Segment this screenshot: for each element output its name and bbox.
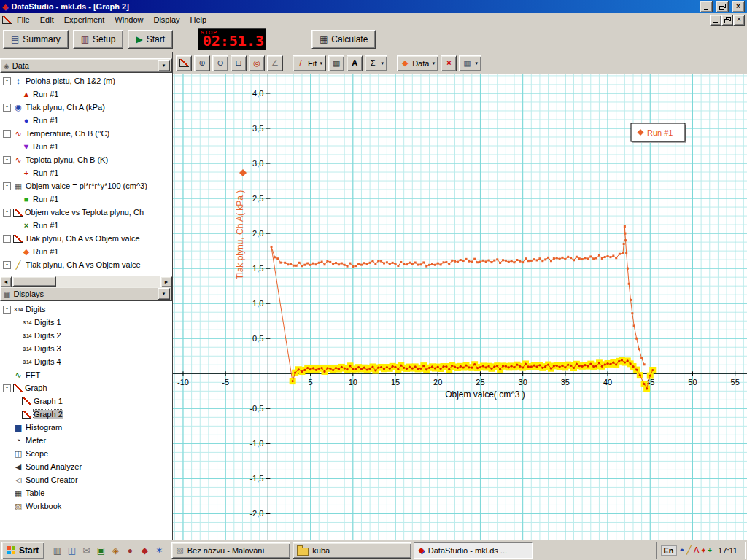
scroll-left-icon[interactable]: ◄ <box>0 276 12 287</box>
data-panel-header[interactable]: ◈ Data ▼ <box>0 58 172 73</box>
remove-button[interactable]: × <box>441 55 457 71</box>
folder-icon <box>297 548 309 556</box>
display-subitem-row[interactable]: 3.14Digits 4 <box>0 355 172 368</box>
menu-help[interactable]: Help <box>185 15 212 25</box>
menu-edit[interactable]: Edit <box>35 15 59 25</box>
menu-display[interactable]: Display <box>148 15 185 25</box>
tree-expander-icon[interactable]: - <box>3 235 11 243</box>
display-item-row[interactable]: -3.14Digits <box>0 303 172 316</box>
data-item-row[interactable]: -∿Temperature, Ch B (°C) <box>0 127 172 140</box>
display-item-row[interactable]: -Graph <box>0 381 172 394</box>
data-header-dropdown-icon[interactable]: ▼ <box>158 60 170 71</box>
data-item-row[interactable]: -Tlak plynu, Ch A vs Objem valce <box>0 232 172 245</box>
display-subitem-row[interactable]: 3.14Digits 1 <box>0 316 172 329</box>
quick-launch-icon-8[interactable]: ✶ <box>152 544 166 557</box>
restore-button[interactable] <box>716 1 729 12</box>
data-item-row[interactable]: -↕Poloha pistu, Ch 1&2 (m) <box>0 74 172 88</box>
run-item-row[interactable]: ●Run #1 <box>0 114 172 127</box>
display-subitem-row[interactable]: 3.14Digits 3 <box>0 342 172 355</box>
mdi-restore-button[interactable] <box>721 15 733 26</box>
scale-to-fit-button[interactable] <box>176 55 192 71</box>
tree-expander-icon[interactable]: - <box>3 156 11 164</box>
quick-launch-icon-4[interactable]: ▣ <box>94 544 107 557</box>
display-item-row[interactable]: ◔Meter <box>0 434 172 447</box>
mdi-close-button[interactable]: × <box>733 15 745 26</box>
smart-tool-button[interactable]: ◎ <box>249 55 265 71</box>
tree-expander-icon[interactable]: - <box>3 104 11 112</box>
tray-icon-3[interactable]: A <box>694 546 699 554</box>
display-subitem-row[interactable]: 3.14Digits 2 <box>0 329 172 342</box>
scroll-thumb[interactable] <box>12 276 56 287</box>
display-item-row[interactable]: ∿FFT <box>0 368 172 381</box>
data-item-row[interactable]: -╱Tlak plynu, Ch A vs Objem valce <box>0 258 172 271</box>
zoom-in-button[interactable]: ⊕ <box>194 55 210 71</box>
scroll-right-icon[interactable]: ► <box>160 276 172 287</box>
data-item-row[interactable]: -◉Tlak plynu, Ch A (kPa) <box>0 101 172 114</box>
tree-expander-icon[interactable]: - <box>3 77 11 85</box>
run-item-row[interactable]: ■Run #1 <box>0 192 172 206</box>
zoom-out-button[interactable]: ⊖ <box>212 55 228 71</box>
tree-expander-icon[interactable]: - <box>3 182 11 190</box>
plot-area[interactable]: -10-5510152025303540455055-2,0-1,5-1,0-0… <box>173 74 747 540</box>
run-item-row[interactable]: +Run #1 <box>0 166 172 179</box>
settings-dropdown-button[interactable]: ▦▼ <box>459 55 481 71</box>
data-item-row[interactable]: -▦Objem valce = pi*r*r*y*100 (cm^3) <box>0 179 172 192</box>
quick-launch-icon-5[interactable]: ◈ <box>109 544 122 557</box>
tree-expander-icon[interactable]: - <box>3 209 11 217</box>
calculator-button[interactable]: ▦ <box>328 55 344 71</box>
summary-button[interactable]: ▤ Summary <box>3 30 69 49</box>
menu-experiment[interactable]: Experiment <box>59 15 110 25</box>
start-button[interactable]: ▶ Start <box>128 30 173 49</box>
task-button[interactable]: ▨Bez názvu - Malování <box>171 542 290 559</box>
minimize-button[interactable] <box>700 1 713 12</box>
data-item-row[interactable]: -∿Teplota plynu, Ch B (K) <box>0 153 172 166</box>
data-tree-horizontal-scrollbar[interactable]: ◄ ► <box>0 276 172 287</box>
run-item-row[interactable]: ×Run #1 <box>0 219 172 232</box>
quick-launch-icon-2[interactable]: ◫ <box>65 544 78 557</box>
tree-expander-icon[interactable]: - <box>3 306 11 314</box>
display-subitem-row[interactable]: Graph 2 <box>0 408 172 421</box>
run-item-row[interactable]: ▼Run #1 <box>0 140 172 153</box>
quick-launch-icon-3[interactable]: ✉ <box>80 544 93 557</box>
start-menu-button[interactable]: Start <box>1 542 44 559</box>
graph-panel: ⊕⊖⊡◎∠/Fit▼▦AΣ▼◆Data▼×▦▼ -10-551015202530… <box>173 52 747 540</box>
display-item-row[interactable]: ▦Table <box>0 486 172 499</box>
quick-launch-icon-7[interactable]: ◆ <box>138 544 151 557</box>
menu-file[interactable]: File <box>12 15 35 25</box>
tray-icon-5[interactable]: + <box>708 546 712 554</box>
run-item-row[interactable]: ▲Run #1 <box>0 88 172 101</box>
display-item-row[interactable]: ▆Histogram <box>0 421 172 434</box>
mdi-minimize-button[interactable] <box>710 15 721 26</box>
text-annotation-button[interactable]: A <box>347 55 363 71</box>
displays-header-dropdown-icon[interactable]: ▼ <box>158 288 170 300</box>
menu-window[interactable]: Window <box>109 15 148 25</box>
quick-launch-icon-1[interactable]: ▥ <box>50 544 63 557</box>
setup-button[interactable]: ▥ Setup <box>73 30 124 49</box>
tray-icon-2[interactable]: ╱ <box>686 546 692 554</box>
quick-launch-icon-6[interactable]: ● <box>123 544 136 557</box>
statistics-dropdown-button[interactable]: Σ▼ <box>365 55 387 71</box>
display-item-row[interactable]: ◁Sound Creator <box>0 473 172 486</box>
zoom-select-button[interactable]: ⊡ <box>231 55 247 71</box>
display-item-row[interactable]: ▧Workbook <box>0 499 172 513</box>
task-button[interactable]: ◆DataStudio - mkl.ds ... <box>414 542 533 559</box>
tray-icon-4[interactable]: ♦ <box>701 546 705 554</box>
close-button[interactable]: × <box>732 1 745 12</box>
slope-tool-button[interactable]: ∠ <box>267 55 283 71</box>
tray-icon-1[interactable]: ◓ <box>680 546 685 554</box>
language-indicator[interactable]: En <box>661 545 677 556</box>
tree-expander-icon[interactable]: - <box>3 130 11 138</box>
fit-dropdown-button[interactable]: /Fit▼ <box>293 55 326 71</box>
tree-expander-icon[interactable]: - <box>3 384 11 392</box>
run-item-row[interactable]: ◆Run #1 <box>0 245 172 258</box>
task-button[interactable]: kuba <box>293 542 411 559</box>
display-item-row[interactable]: ◀Sound Analyzer <box>0 460 172 473</box>
display-subitem-row[interactable]: Graph 1 <box>0 394 172 408</box>
display-item-row[interactable]: ◫Scope <box>0 447 172 460</box>
tree-expander-icon[interactable]: - <box>3 261 11 269</box>
displays-panel-header[interactable]: ▦ Displays ▼ <box>0 287 172 301</box>
legend[interactable]: Run #1 <box>631 123 686 143</box>
data-item-row[interactable]: -Objem valce vs Teplota plynu, Ch <box>0 206 172 219</box>
calculate-button[interactable]: ▦ Calculate <box>311 30 376 49</box>
data-dropdown-button[interactable]: ◆Data▼ <box>397 55 438 71</box>
